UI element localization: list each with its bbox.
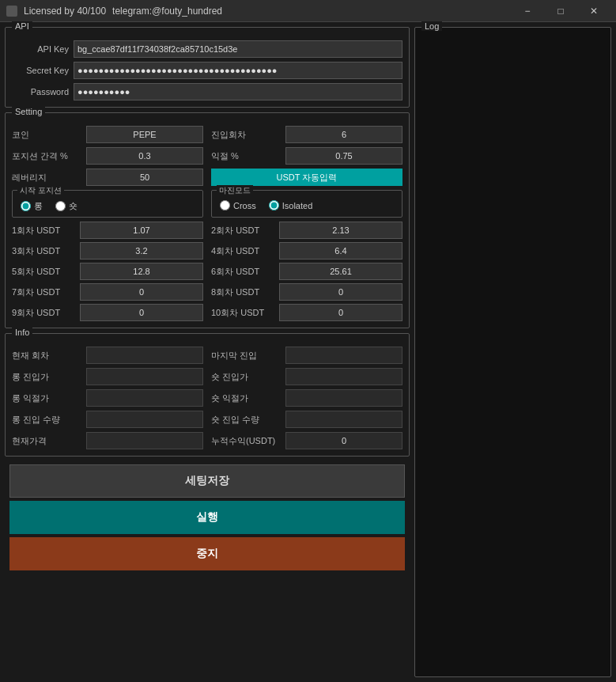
usdt-row-1-left: 1회차 USDT <box>12 222 203 239</box>
api-key-row: API Key <box>12 40 402 58</box>
profit-row: 익절 % <box>211 147 402 165</box>
maximize-button[interactable]: □ <box>545 0 576 22</box>
password-label: Password <box>12 87 69 97</box>
position-gap-label: 포지션 간격 % <box>12 150 83 162</box>
usdt-row-1-right: 2회차 USDT <box>211 222 402 239</box>
usdt-7-input[interactable] <box>80 283 203 301</box>
run-button[interactable]: 실행 <box>9 501 405 534</box>
log-content <box>418 40 607 673</box>
usdt-5-label: 5회차 USDT <box>12 266 77 278</box>
entry-count-row: 진입회차 <box>211 126 402 143</box>
titlebar-info: Licensed by 40/100 telegram:@fouty_hundr… <box>6 6 222 17</box>
short-profit-input <box>285 389 402 407</box>
usdt-2-input[interactable] <box>279 222 402 239</box>
short-radio-label: 숏 <box>69 200 77 212</box>
start-position-group: 시작 포지션 롱 숏 <box>12 190 203 218</box>
coin-row: 코인 <box>12 126 203 143</box>
license-text: Licensed by 40/100 <box>24 6 106 17</box>
cross-radio-label: Cross <box>233 201 256 210</box>
usdt-9-label: 9회차 USDT <box>12 307 77 319</box>
cumulative-profit-input <box>285 432 402 449</box>
long-radio[interactable] <box>21 201 31 211</box>
short-radio[interactable] <box>55 201 66 211</box>
save-button[interactable]: 세팅저장 <box>9 464 405 498</box>
log-panel: Log <box>414 27 611 677</box>
short-entry-price-row: 숏 진입가 <box>211 368 402 385</box>
long-qty-input <box>86 411 203 428</box>
current-round-input <box>86 347 203 364</box>
leverage-input[interactable] <box>86 169 203 186</box>
usdt-row-3-left: 5회차 USDT <box>12 263 203 280</box>
usdt-4-input[interactable] <box>279 242 402 260</box>
long-profit-row: 롱 익절가 <box>12 389 203 407</box>
usdt-10-input[interactable] <box>279 304 402 321</box>
usdt-grid: 1회차 USDT 2회차 USDT 3회차 USDT 4회차 USDT <box>12 222 402 321</box>
current-price-input <box>86 432 203 449</box>
auto-usdt-row: USDT 자동입력 <box>211 169 402 186</box>
close-button[interactable]: ✕ <box>578 0 610 22</box>
password-row: Password <box>12 83 402 100</box>
last-entry-row: 마지막 진입 <box>211 347 402 364</box>
long-entry-price-input <box>86 368 203 385</box>
margin-mode-radios: Cross Isolated <box>220 200 394 210</box>
isolated-radio-item[interactable]: Isolated <box>269 200 313 210</box>
short-profit-label: 숏 익절가 <box>211 392 282 404</box>
start-position-radios: 롱 숏 <box>21 200 195 212</box>
entry-count-input[interactable] <box>285 126 402 143</box>
info-grid: 현재 회차 마지막 진입 롱 진입가 숏 진입가 롱 <box>12 347 402 449</box>
main-content: API API Key Secret Key Password Setting … <box>0 22 616 682</box>
auto-usdt-button[interactable]: USDT 자동입력 <box>211 169 402 186</box>
usdt-6-input[interactable] <box>279 263 402 280</box>
short-qty-input <box>285 411 402 428</box>
right-panel: Log <box>414 27 611 677</box>
profit-input[interactable] <box>285 147 402 165</box>
current-price-row: 현재가격 <box>12 432 203 449</box>
setting-group-title: Setting <box>12 107 45 116</box>
cross-radio[interactable] <box>220 200 230 210</box>
long-qty-label: 롱 진입 수량 <box>12 414 83 426</box>
usdt-5-input[interactable] <box>80 263 203 280</box>
long-profit-input <box>86 389 203 407</box>
usdt-row-3-right: 6회차 USDT <box>211 263 402 280</box>
last-entry-input <box>285 347 402 364</box>
usdt-10-label: 10회차 USDT <box>211 307 276 319</box>
long-profit-label: 롱 익절가 <box>12 392 83 404</box>
api-key-input[interactable] <box>74 40 402 58</box>
api-group-title: API <box>12 21 32 31</box>
password-input[interactable] <box>74 83 402 100</box>
setting-group: Setting 코인 진입회차 포지션 간격 % 익절 % <box>5 112 410 328</box>
isolated-radio[interactable] <box>269 200 279 210</box>
cross-radio-item[interactable]: Cross <box>220 200 256 210</box>
position-gap-input[interactable] <box>86 147 203 165</box>
leverage-label: 레버리지 <box>12 172 83 184</box>
api-group: API API Key Secret Key Password <box>5 27 410 108</box>
info-group: Info 현재 회차 마지막 진입 롱 진입가 숏 진입가 <box>5 333 410 457</box>
secret-key-input[interactable] <box>74 62 402 79</box>
usdt-9-input[interactable] <box>80 304 203 321</box>
short-entry-price-input <box>285 368 402 385</box>
usdt-1-label: 1회차 USDT <box>12 225 77 237</box>
margin-mode-group: 마진모드 Cross Isolated <box>211 190 402 218</box>
log-title: Log <box>421 21 442 31</box>
usdt-row-5-right: 10회차 USDT <box>211 304 402 321</box>
usdt-3-input[interactable] <box>80 242 203 260</box>
usdt-2-label: 2회차 USDT <box>211 225 276 237</box>
secret-key-row: Secret Key <box>12 62 402 79</box>
short-radio-item[interactable]: 숏 <box>55 200 77 212</box>
short-entry-price-label: 숏 진입가 <box>211 371 282 383</box>
coin-input[interactable] <box>86 126 203 143</box>
last-entry-label: 마지막 진입 <box>211 350 282 362</box>
usdt-8-label: 8회차 USDT <box>211 286 276 298</box>
usdt-4-label: 4회차 USDT <box>211 245 276 257</box>
current-price-label: 현재가격 <box>12 435 83 447</box>
usdt-8-input[interactable] <box>279 283 402 301</box>
radio-groups: 시작 포지션 롱 숏 마진모드 <box>12 190 402 218</box>
stop-button[interactable]: 중지 <box>9 537 405 570</box>
minimize-button[interactable]: − <box>512 0 543 22</box>
long-qty-row: 롱 진입 수량 <box>12 411 203 428</box>
long-radio-item[interactable]: 롱 <box>21 200 43 212</box>
entry-count-label: 진입회차 <box>211 129 282 141</box>
usdt-1-input[interactable] <box>80 222 203 239</box>
cumulative-profit-row: 누적수익(USDT) <box>211 432 402 449</box>
long-entry-price-label: 롱 진입가 <box>12 371 83 383</box>
